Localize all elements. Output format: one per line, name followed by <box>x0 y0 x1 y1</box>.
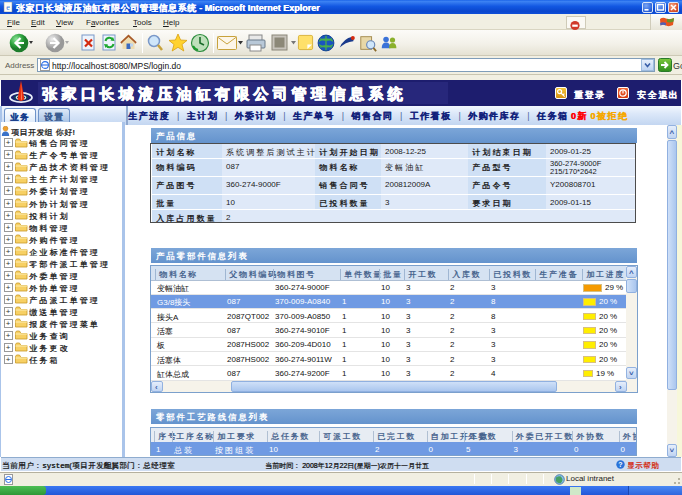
svg-text:e: e <box>6 3 10 12</box>
svg-text:?: ? <box>618 461 622 468</box>
